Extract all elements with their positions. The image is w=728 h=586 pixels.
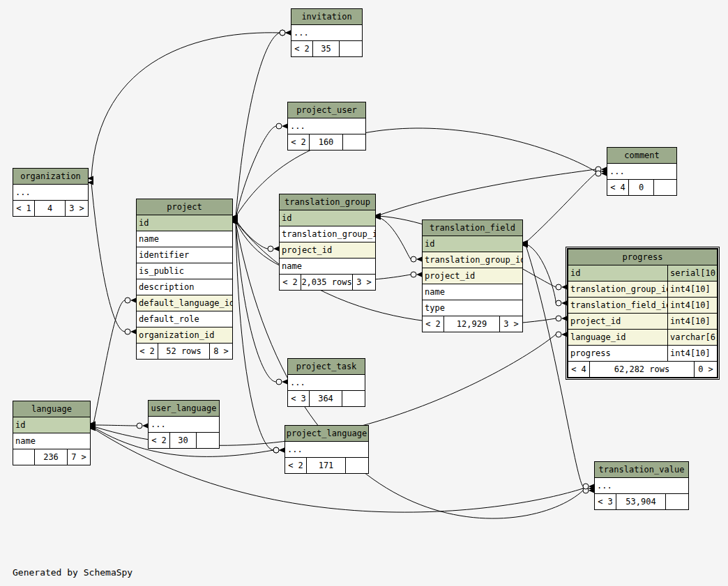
column-type: int4[10] [667,282,717,297]
footer-row-count: 52 rows [158,344,210,359]
table-user-language[interactable]: user_language...< 230 rows [148,400,220,449]
column-progress: progressint4[10] [568,346,717,362]
table-language-footer: 236 rows7 > [13,449,90,465]
child-arrowhead-invitation [285,31,291,36]
column-translation-field-id: translation_field_idint4[10] [568,298,717,314]
footer-hidden-count: < 2 [280,275,301,290]
footer-children-count: 7 > [68,449,90,465]
cardinality-circle-project-user [276,123,282,129]
column-translation-group-id: translation_group_id [280,226,375,242]
footer-children-count: 3 > [353,275,375,290]
edge-organization-to-project-organization-id [91,183,125,332]
column-label: ... [285,442,368,457]
footer-children-count: 3 > [66,201,88,216]
table-invitation[interactable]: invitation...< 235 rows [291,8,363,57]
table-organization-title: organization [13,169,88,185]
table-comment-title: comment [607,148,676,164]
column-label: project_id [280,242,375,258]
child-arrowhead-progress-project-id [561,316,567,321]
column-label: ... [288,375,365,390]
cardinality-circle-translation-value [583,484,589,489]
table-project-language-title: project_language [285,426,368,442]
columns-collapsed-row: ... [288,375,365,391]
child-arrowhead-project-organization-id [130,330,136,334]
table-project-user[interactable]: project_user...< 2160 rows [287,102,366,151]
child-arrowhead-translation-group-project-id [273,247,279,252]
table-project[interactable]: projectidnameidentifieris_publicdescript… [136,199,233,360]
table-translation-group[interactable]: translation_groupidtranslation_group_idp… [279,194,376,291]
footer-hidden-count: < 3 [595,494,616,509]
footer-hidden-count: < 3 [288,391,310,406]
table-translation-group-footer: < 22,035 rows3 > [280,275,375,290]
table-comment-footer: < 40 rows [607,180,676,195]
footer-children-count [197,433,219,448]
table-translation-value[interactable]: translation_value...< 353,904 rows [594,461,689,510]
columns-collapsed-row: ... [13,185,88,201]
column-label: name [423,284,522,300]
generator-credit: Generated by SchemaSpy [13,567,132,578]
column-label: name [13,433,90,449]
table-translation-field-title: translation_field [423,220,522,236]
cardinality-circle-translation-field-project-id [411,272,416,277]
footer-hidden-count: < 4 [607,180,629,195]
footer-row-count: 160 rows [310,134,343,150]
column-label: project_id [423,268,522,284]
column-id: id [423,236,522,252]
edge-organization-to-invitation [91,33,280,178]
child-arrowhead-translation-field-translation-group-id [416,257,422,262]
child-arrowhead-translation-field-project-id [416,272,422,277]
footer-row-count: 30 rows [170,433,197,448]
column-label: is_public [137,263,232,279]
column-label: translation_field_id [568,298,667,313]
cardinality-circle-translation-field-translation-group-id [411,256,416,262]
table-translation-field[interactable]: translation_fieldidtranslation_group_idp… [422,219,523,332]
footer-children-count [343,134,365,150]
edge-project-id-to-invitation [236,33,280,217]
column-id: id [137,215,232,231]
column-label: ... [13,185,88,200]
column-label: translation_group_id [568,282,667,297]
table-invitation-footer: < 235 rows [291,41,362,56]
column-organization-id: organization_id [137,327,232,344]
column-label: project_id [568,314,667,329]
columns-collapsed-row: ... [149,417,219,433]
footer-hidden-count: < 1 [13,201,35,216]
column-type: int4[10] [667,314,717,329]
table-progress[interactable]: progressidserial[10]translation_group_id… [567,248,718,378]
column-project-id: project_id [423,268,522,284]
column-type: int4[10] [667,346,717,361]
column-label: name [280,259,375,274]
table-translation-value-footer: < 353,904 rows [595,494,688,509]
table-project-user-title: project_user [288,102,365,118]
footer-hidden-count: < 2 [137,344,158,359]
column-label: ... [291,25,362,40]
table-project-task[interactable]: project_task...< 3364 rows [287,358,365,407]
footer-children-count [342,391,365,406]
column-label: language_id [568,330,667,345]
column-label: id [423,236,522,252]
column-label: id [137,215,232,231]
child-arrowhead-progress-language-id [561,332,567,337]
footer-children-count: 8 > [210,344,232,359]
cardinality-circle-progress-project-id [556,316,561,321]
edge-language-id-to-user-language [93,425,137,426]
table-project-language[interactable]: project_language...< 2171 rows [285,425,369,474]
table-translation-value-title: translation_value [595,462,688,478]
columns-collapsed-row: ... [291,25,362,41]
table-language[interactable]: languageidname236 rows7 > [13,401,91,465]
footer-row-count: 236 rows [35,449,68,465]
column-label: ... [607,164,676,179]
table-translation-group-title: translation_group [280,194,375,210]
footer-children-count [654,180,676,195]
table-organization-footer: < 14 rows3 > [13,201,88,216]
column-language-id: language_idvarchar[6] [568,330,717,346]
child-arrowhead-project-language [279,448,285,453]
table-comment[interactable]: comment...< 40 rows [607,147,677,196]
table-translation-field-footer: < 212,929 rows3 > [423,316,522,332]
table-progress-title: progress [568,249,717,265]
column-label: name [137,231,232,247]
cardinality-circle-translation-group-project-id [268,246,273,252]
column-default-language-id: default_language_id [137,295,232,311]
footer-children-count [666,494,688,509]
table-organization[interactable]: organization...< 14 rows3 > [13,168,89,217]
